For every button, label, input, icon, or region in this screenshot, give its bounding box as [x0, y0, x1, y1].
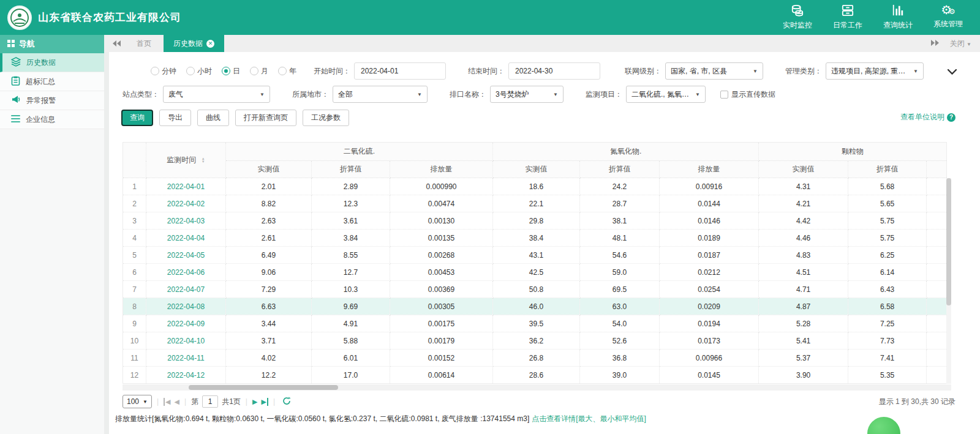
curve-button[interactable]: 曲线	[197, 110, 229, 126]
table-row[interactable]: 9 2022-04-09 3.44 4.91 0.00175 39.5 54.0…	[123, 315, 947, 332]
nox-emission-cell: 0.00966	[660, 350, 759, 367]
close-tabs-label: 关闭	[950, 39, 965, 48]
group-so2: 二氧化硫.	[226, 143, 493, 161]
col-nox-converted: 折算值	[580, 161, 660, 178]
tabs-scroll-right-icon[interactable]	[931, 39, 939, 48]
pm-converted-cell: 7.41	[848, 350, 927, 367]
so2-emission-cell: 0.00175	[390, 315, 493, 332]
bar-chart-icon	[891, 4, 905, 18]
table-row[interactable]: 7 2022-04-07 7.29 10.3 0.00369 50.8 69.5…	[123, 281, 947, 298]
date-link[interactable]: 2022-04-03	[167, 217, 205, 225]
table-row[interactable]: 6 2022-04-06 9.06 12.7 0.00453 42.5 59.0…	[123, 264, 947, 281]
table-row[interactable]: 12 2022-04-12 12.2 17.0 0.00614 28.6 39.…	[123, 367, 947, 384]
date-link[interactable]: 2022-04-02	[167, 200, 205, 208]
row-number: 8	[123, 298, 146, 315]
vertical-scrollbar-thumb[interactable]	[946, 178, 951, 305]
city-select[interactable]: 全部 ▼	[333, 86, 428, 103]
unit-help-link[interactable]: 查看单位说明 ?	[900, 112, 956, 122]
table-row[interactable]: 1 2022-04-01 2.01 2.89 0.000990 18.6 24.…	[123, 178, 947, 195]
network-level-select[interactable]: 国家, 省, 市, 区县 ▼	[665, 62, 763, 80]
so2-emission-cell: 0.00135	[390, 230, 493, 247]
vertical-scrollbar[interactable]	[946, 178, 951, 384]
radio-year[interactable]: 年	[278, 66, 296, 77]
table-row[interactable]: 11 2022-04-11 4.02 6.01 0.00152 26.8 36.…	[123, 350, 947, 367]
col-row-number	[123, 143, 146, 178]
manage-type-select[interactable]: 违规项目, 高架源, 重点排... ▼	[826, 62, 924, 80]
last-page-icon[interactable]: ▶	[261, 398, 268, 406]
date-link[interactable]: 2022-04-05	[167, 251, 205, 260]
page-number-input[interactable]	[202, 395, 218, 408]
refresh-icon[interactable]	[282, 397, 291, 407]
sidebar-item-company-info[interactable]: 企业信息	[0, 110, 104, 129]
sidebar-item-exceed-summary[interactable]: 超标汇总	[0, 72, 104, 91]
next-page-icon[interactable]: ▶	[252, 398, 257, 406]
condition-params-button[interactable]: 工况参数	[303, 110, 349, 126]
direct-data-checkbox[interactable]: 显示直传数据	[720, 89, 775, 100]
so2-emission-cell: 0.00614	[390, 367, 493, 384]
site-type-select[interactable]: 废气 ▼	[163, 86, 270, 103]
monitor-items-select[interactable]: 二氧化硫., 氮氧化物., 颗粒 ▼	[626, 86, 706, 103]
nav-realtime-monitor[interactable]: 实时监控	[783, 4, 812, 31]
sort-icon[interactable]: ▲▼	[202, 157, 205, 163]
cut-off-cell	[927, 230, 947, 247]
horizontal-scrollbar[interactable]	[123, 384, 951, 391]
tab-close-icon[interactable]: ✕	[206, 40, 214, 48]
prev-page-icon[interactable]: ◀	[175, 398, 179, 406]
database-icon	[791, 4, 804, 18]
tab-history-data[interactable]: 历史数据 ✕	[164, 35, 224, 52]
date-link[interactable]: 2022-04-10	[167, 337, 205, 345]
nox-measured-cell: 28.6	[493, 367, 580, 384]
table-row[interactable]: 3 2022-04-03 2.63 3.61 0.00130 29.8 38.1…	[123, 212, 947, 230]
date-link[interactable]: 2022-04-07	[167, 285, 205, 294]
open-new-query-page-button[interactable]: 打开新查询页	[235, 110, 296, 126]
stats-detail-link[interactable]: 点击查看详情[最大、最小和平均值]	[532, 414, 646, 423]
sidebar-item-abnormal-alarm[interactable]: 异常报警	[0, 91, 104, 110]
tab-home[interactable]: 首页	[127, 35, 161, 52]
city-value: 全部	[338, 89, 353, 100]
table-row[interactable]: 8 2022-04-08 6.63 9.69 0.00305 46.0 63.0…	[123, 298, 947, 315]
nav-daily-work[interactable]: 日常工作	[833, 4, 862, 31]
so2-measured-cell: 2.01	[226, 178, 312, 195]
city-label: 所属地市：	[292, 89, 329, 100]
query-button[interactable]: 查询	[121, 110, 153, 126]
pm-converted-cell: 7.25	[848, 315, 927, 332]
nav-system-manage-label: 系统管理	[933, 19, 963, 29]
date-link[interactable]: 2022-04-01	[167, 182, 205, 191]
radio-month-label: 月	[261, 66, 268, 77]
date-link[interactable]: 2022-04-11	[167, 354, 205, 362]
pm-converted-cell: 5.75	[848, 212, 927, 230]
table-row[interactable]: 10 2022-04-10 3.71 5.88 0.00179 36.2 52.…	[123, 332, 947, 350]
date-link[interactable]: 2022-04-04	[167, 234, 205, 242]
caret-down-icon: ▼	[143, 399, 148, 405]
table-row[interactable]: 2 2022-04-02 8.82 12.3 0.00474 22.1 28.7…	[123, 195, 947, 212]
radio-minute[interactable]: 分钟	[151, 66, 176, 77]
cut-off-cell	[927, 298, 947, 315]
so2-converted-cell: 6.01	[312, 350, 390, 367]
top-header: 山东省联合农药工业有限公司 实时监控	[0, 0, 980, 35]
nav-system-manage[interactable]: ⚙⚙ 系统管理	[933, 4, 963, 31]
first-page-icon[interactable]: ◀	[164, 398, 170, 406]
outlet-name-select[interactable]: 3号焚烧炉 ▼	[490, 86, 564, 103]
radio-day[interactable]: 日	[222, 66, 240, 77]
close-tabs-menu[interactable]: 关闭 ▼	[950, 39, 971, 49]
tabs-scroll-left-icon[interactable]	[109, 40, 124, 47]
pm-measured-cell: 4.71	[759, 281, 848, 298]
table-row[interactable]: 4 2022-04-04 2.61 3.84 0.00135 38.4 48.1…	[123, 230, 947, 247]
date-link[interactable]: 2022-04-12	[167, 371, 205, 380]
date-link[interactable]: 2022-04-08	[167, 302, 205, 311]
export-button[interactable]: 导出	[159, 110, 191, 126]
horizontal-scrollbar-thumb[interactable]	[189, 385, 338, 390]
date-link[interactable]: 2022-04-06	[167, 268, 205, 277]
radio-month[interactable]: 月	[250, 66, 268, 77]
table-row[interactable]: 5 2022-04-05 6.49 8.55 0.00268 43.1 54.6…	[123, 247, 947, 264]
page-size-select[interactable]: 100 ▼	[123, 395, 152, 408]
collapse-filters-icon[interactable]	[948, 68, 957, 77]
nox-emission-cell: 0.0212	[660, 264, 759, 281]
date-link[interactable]: 2022-04-09	[167, 320, 205, 328]
nav-query-stats[interactable]: 查询统计	[883, 4, 913, 31]
sidebar-item-history-data[interactable]: 历史数据	[0, 53, 104, 72]
start-date-input[interactable]	[354, 62, 446, 80]
radio-hour[interactable]: 小时	[186, 66, 212, 77]
col-monitor-time[interactable]: 监测时间 ▲▼	[146, 143, 226, 178]
end-date-input[interactable]	[508, 62, 600, 80]
